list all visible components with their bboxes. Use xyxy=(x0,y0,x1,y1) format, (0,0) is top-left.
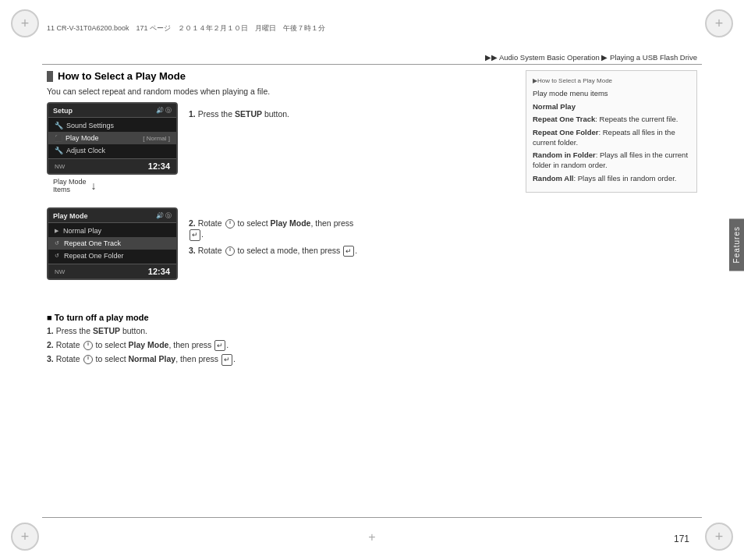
step2-num: 2. xyxy=(189,218,196,228)
step2-keyword: Play Mode xyxy=(271,218,311,228)
screen2-icons: 🔊 ⓑ xyxy=(156,211,172,220)
center-mark-bottom: + xyxy=(368,530,375,544)
enter-icon-off2: ↵ xyxy=(214,340,225,352)
arrow-label-text: Play ModeItems xyxy=(53,178,87,193)
screen1-footer: NW 12:34 xyxy=(48,158,176,173)
breadcrumb-part2: Playing a USB Flash Drive xyxy=(610,53,697,62)
features-tab: Features xyxy=(729,218,744,271)
menu-item-clock-label: Adjust Clock xyxy=(66,147,105,154)
turnoff-step3: 3. Rotate to select Normal Play, then pr… xyxy=(47,353,429,366)
sidebar-item-randomall: Random All: Plays all files in random or… xyxy=(533,173,690,183)
screen1-menu: 🔧 Sound Settings Play Mode [ Normal ] 🔧 … xyxy=(48,118,176,158)
menu-item-clock: 🔧 Adjust Clock xyxy=(48,144,176,157)
step3: 3. Rotate to select a mode, then press ↵… xyxy=(189,245,429,257)
sidebar-item-repeatfolder: Repeat One Folder: Repeats all files in … xyxy=(533,127,690,148)
step2: 2. Rotate to select Play Mode, then pres… xyxy=(189,218,429,241)
menu-item-playmode-label: Play Mode xyxy=(66,134,99,142)
intro-text: You can select repeat and random modes w… xyxy=(47,87,429,96)
knob-icon-step3 xyxy=(225,246,235,256)
breadcrumb-sep: ▶ xyxy=(601,53,608,62)
turnoff-step2: 2. Rotate to select Play Mode, then pres… xyxy=(47,339,429,352)
screen2-wrap: Play Mode 🔊 ⓑ ▶ Normal Play ↺ Repeat One… xyxy=(47,207,178,280)
screen2-footer: NW 12:34 xyxy=(48,264,176,278)
steps-column: 1. Press the SETUP button. 2. Rotate to … xyxy=(189,102,429,261)
repeat-folder-icon: ↺ xyxy=(55,253,59,259)
menu-item-repeatfolder: ↺ Repeat One Folder xyxy=(48,250,176,262)
knob-icon-off2 xyxy=(83,341,93,350)
screen2-title: Play Mode xyxy=(53,212,88,220)
main-content: How to Select a Play Mode You can select… xyxy=(47,70,697,513)
menu-item-sound-label: Sound Settings xyxy=(66,122,114,129)
screen1-icons: 🔊 ⓑ xyxy=(156,106,172,115)
step1-keyword: SETUP xyxy=(235,109,262,119)
section-heading: How to Select a Play Mode xyxy=(47,70,429,82)
corner-decoration-bl xyxy=(11,523,39,551)
enter-icon-step3: ↵ xyxy=(343,246,354,257)
page-meta: 11 CR-V-31T0A6200.book 171 ページ ２０１４年２月１０… xyxy=(47,23,325,34)
menu-item-sound-icon: 🔧 xyxy=(55,122,63,129)
left-column: How to Select a Play Mode You can select… xyxy=(47,70,429,368)
enter-icon-step2: ↵ xyxy=(190,229,200,241)
turnoff-heading: ■ To turn off a play mode xyxy=(47,313,429,322)
repeat-track-label: Repeat One Track xyxy=(64,239,121,247)
screen1-header: Setup 🔊 ⓑ xyxy=(48,104,176,118)
menu-item-sound: 🔧 Sound Settings xyxy=(48,119,176,132)
step3-num: 3. xyxy=(189,246,196,255)
divider-bottom xyxy=(42,517,702,518)
screen2-menu: ▶ Normal Play ↺ Repeat One Track ↺ Repea… xyxy=(48,223,176,264)
right-sidebar: ▶How to Select a Play Mode Play mode men… xyxy=(526,70,697,193)
sidebar-item-normalplay: Normal Play xyxy=(533,101,690,112)
knob-icon-off3 xyxy=(83,355,93,364)
screen2-nw: NW xyxy=(55,268,65,275)
menu-item-playmode: Play Mode [ Normal ] xyxy=(48,132,176,144)
section-title: How to Select a Play Mode xyxy=(58,70,186,82)
enter-icon-off3: ↵ xyxy=(221,354,232,366)
knob-icon-step2 xyxy=(225,219,235,229)
turnoff-section: ■ To turn off a play mode 1. Press the S… xyxy=(47,313,429,366)
step1: 1. Press the SETUP button. xyxy=(189,108,429,120)
divider-top xyxy=(42,64,702,65)
breadcrumb-part1: Audio System Basic Operation xyxy=(499,53,600,62)
menu-item-normalplay: ▶ Normal Play xyxy=(48,225,176,237)
corner-decoration-tl xyxy=(11,9,39,37)
screen2-header: Play Mode 🔊 ⓑ xyxy=(48,209,176,223)
turnoff-step1: 1. Press the SETUP button. xyxy=(47,325,429,337)
sidebar-section-title: Play mode menu items xyxy=(533,89,690,97)
repeat-folder-label: Repeat One Folder xyxy=(64,252,124,260)
breadcrumb: ▶▶ Audio System Basic Operation ▶ Playin… xyxy=(485,53,697,62)
step1-num: 1. xyxy=(189,109,196,119)
arrow-label: Play ModeItems ↓ xyxy=(53,178,178,193)
screen2: Play Mode 🔊 ⓑ ▶ Normal Play ↺ Repeat One… xyxy=(47,207,178,280)
screen1: Setup 🔊 ⓑ 🔧 Sound Settings Play Mode [ N… xyxy=(47,102,178,175)
repeat-track-icon: ↺ xyxy=(55,240,59,246)
screen1-time: 12:34 xyxy=(148,161,170,171)
corner-decoration-tr xyxy=(705,9,733,37)
arrow-down-icon: ↓ xyxy=(91,179,97,192)
screen1-title: Setup xyxy=(53,107,73,115)
screen1-nw: NW xyxy=(55,163,65,170)
screen1-wrap: Setup 🔊 ⓑ 🔧 Sound Settings Play Mode [ N… xyxy=(47,102,178,175)
menu-item-clock-icon: 🔧 xyxy=(55,147,63,154)
heading-bar xyxy=(47,71,53,82)
page-number: 171 xyxy=(674,533,689,544)
screen2-time: 12:34 xyxy=(148,267,170,276)
sidebar-breadcrumb: ▶How to Select a Play Mode xyxy=(533,77,690,84)
sidebar-item-randomfolder: Random in Folder: Plays all files in the… xyxy=(533,150,690,171)
normal-play-label: Normal Play xyxy=(63,227,101,235)
sidebar-item-repeattrack: Repeat One Track: Repeats the current fi… xyxy=(533,114,690,124)
corner-decoration-br xyxy=(705,523,733,551)
menu-item-playmode-value: [ Normal ] xyxy=(143,135,170,142)
menu-item-repeattrack: ↺ Repeat One Track xyxy=(48,237,176,250)
normal-play-icon: ▶ xyxy=(55,228,58,234)
breadcrumb-prefix: ▶▶ xyxy=(485,53,498,62)
